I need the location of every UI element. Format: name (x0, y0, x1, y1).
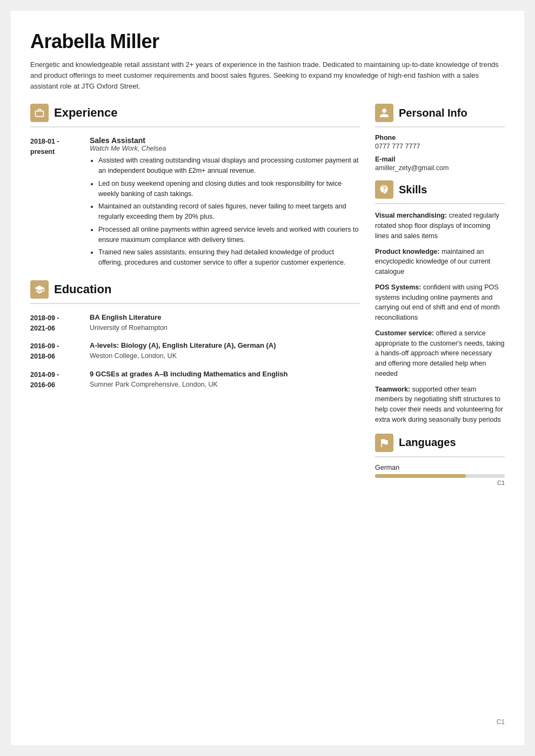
skill-name-4: Teamwork: (375, 386, 410, 393)
skill-1: Product knowledge: maintained an encyclo… (375, 247, 505, 277)
exp-bullet-0-1: Led on busy weekend opening and closing … (98, 179, 360, 199)
exp-bullet-0-0: Assisted with creating outstanding visua… (98, 156, 360, 176)
exp-bullet-0-4: Trained new sales assistants, ensuring t… (98, 247, 360, 268)
page-number: C1 (30, 707, 505, 726)
edu-entry-2: 2014-09 - 2016-06 9 GCSEs at grades A–B … (30, 369, 360, 390)
candidate-summary: Energetic and knowledgeable retail assis… (30, 59, 505, 92)
edu-degree-2: 9 GCSEs at grades A–B including Mathemat… (90, 369, 360, 380)
experience-divider (30, 126, 360, 127)
education-section: Education 2018-09 - 2021-06 BA English L… (30, 280, 360, 390)
edu-degree-1: A-levels: Biology (A), English Literatur… (90, 341, 360, 351)
skills-divider (375, 203, 505, 204)
email-value: amiller_zety@gmail.com (375, 164, 505, 172)
languages-list: German C1 (375, 464, 505, 486)
edu-dates-0: 2018-09 - 2021-06 (30, 313, 90, 334)
exp-details-0: Sales Assistant Watch Me Work, Chelsea A… (90, 136, 360, 271)
briefcase-icon (34, 107, 45, 118)
skills-icon (375, 180, 393, 199)
exp-bullet-0-2: Maintained an outstanding record of sale… (98, 201, 360, 222)
skills-list: Visual merchandising: created regularly … (375, 211, 505, 424)
skills-header: Skills (375, 180, 505, 199)
exp-bullets-0: Assisted with creating outstanding visua… (90, 156, 360, 268)
languages-title: Languages (399, 436, 456, 449)
edu-dates-1: 2016-09 - 2018-06 (30, 341, 90, 362)
languages-header: Languages (375, 434, 505, 452)
edu-details-1: A-levels: Biology (A), English Literatur… (90, 341, 360, 362)
exp-dates-0: 2018-01 - present (30, 136, 90, 271)
personal-info-icon (375, 104, 393, 122)
edu-dates-2: 2014-09 - 2016-06 (30, 369, 90, 390)
personal-info-divider (375, 126, 505, 127)
graduation-icon (34, 284, 45, 295)
person-icon (379, 107, 390, 118)
right-column: Personal Info Phone 0777 777 7777 E-mail… (375, 104, 505, 485)
candidate-name: Arabella Miller (30, 30, 505, 53)
edu-school-0: University of Roehampton (90, 324, 360, 332)
education-icon (30, 280, 49, 299)
exp-company-0: Watch Me Work, Chelsea (90, 145, 360, 152)
phone-label: Phone (375, 134, 505, 141)
lang-name-0: German (375, 464, 505, 471)
skill-name-0: Visual merchandising: (375, 212, 447, 219)
skill-3: Customer service: offered a service appr… (375, 328, 505, 379)
education-title: Education (54, 282, 111, 296)
experience-list: 2018-01 - present Sales Assistant Watch … (30, 136, 360, 271)
skills-svg-icon (379, 184, 390, 195)
edu-school-1: Weston College, London, UK (90, 352, 360, 360)
main-layout: Experience 2018-01 - present Sales Assis… (30, 104, 505, 485)
left-column: Experience 2018-01 - present Sales Assis… (30, 104, 360, 485)
personal-info-header: Personal Info (375, 104, 505, 122)
skill-0: Visual merchandising: created regularly … (375, 211, 505, 241)
experience-title: Experience (54, 106, 117, 120)
experience-section-header: Experience (30, 104, 360, 122)
exp-bullet-0-3: Processed all online payments within agr… (98, 225, 360, 245)
experience-icon (30, 104, 49, 122)
name-section: Arabella Miller (30, 30, 505, 53)
education-divider (30, 303, 360, 304)
lang-level-0: C1 (375, 480, 505, 486)
languages-divider (375, 456, 505, 457)
skill-2: POS Systems: confident with using POS sy… (375, 282, 505, 323)
exp-title-0: Sales Assistant (90, 136, 360, 145)
skill-name-3: Customer service: (375, 329, 434, 337)
edu-entry-1: 2016-09 - 2018-06 A-levels: Biology (A),… (30, 341, 360, 362)
personal-info-title: Personal Info (399, 107, 467, 119)
skill-name-2: POS Systems: (375, 284, 421, 291)
edu-entry-0: 2018-09 - 2021-06 BA English Literature … (30, 313, 360, 334)
education-section-header: Education (30, 280, 360, 299)
languages-svg-icon (379, 437, 390, 448)
lang-bar-bg-0 (375, 474, 505, 478)
skill-4: Teamwork: supported other team members b… (375, 384, 505, 425)
edu-details-0: BA English Literature University of Roeh… (90, 313, 360, 334)
languages-icon (375, 434, 393, 452)
email-label: E-mail (375, 156, 505, 163)
lang-bar-fill-0 (375, 474, 466, 478)
exp-entry-0: 2018-01 - present Sales Assistant Watch … (30, 136, 360, 271)
edu-degree-0: BA English Literature (90, 313, 360, 323)
phone-value: 0777 777 7777 (375, 143, 505, 150)
edu-details-2: 9 GCSEs at grades A–B including Mathemat… (90, 369, 360, 390)
skill-name-1: Product knowledge: (375, 248, 439, 255)
skills-title: Skills (399, 184, 427, 196)
resume-page: Arabella Miller Energetic and knowledgea… (11, 11, 524, 745)
edu-school-2: Sumner Park Comprehensive, London, UK (90, 381, 360, 388)
